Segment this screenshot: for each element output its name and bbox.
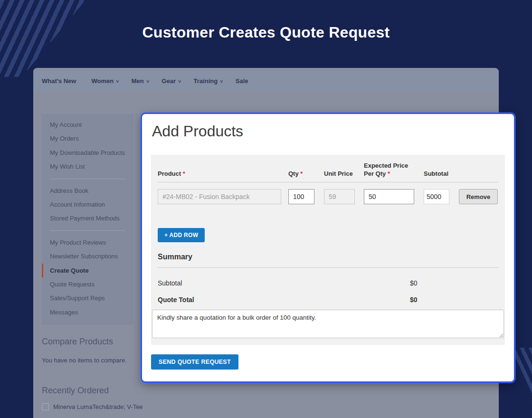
- summary-subtotal-row: Subtotal $0: [158, 279, 498, 287]
- nav-item-whats-new[interactable]: What's New: [42, 77, 76, 85]
- unit-price-cell: [324, 189, 355, 204]
- account-sidebar: My Account My Orders My Downloadable Pro…: [42, 114, 133, 325]
- column-header-label: Qty: [288, 170, 299, 177]
- product-row: Remove: [158, 189, 498, 204]
- nav-item-label: Training: [194, 77, 218, 85]
- subtotal-input[interactable]: [424, 189, 449, 204]
- send-quote-request-button[interactable]: SEND QUOTE REQUEST: [151, 354, 238, 370]
- expected-price-input[interactable]: [364, 189, 414, 204]
- nav-item-women[interactable]: Women ∨: [91, 77, 119, 85]
- chevron-down-icon: ∨: [115, 79, 120, 84]
- chevron-down-icon: ∨: [219, 79, 224, 84]
- nav-item-label: What's New: [42, 77, 76, 85]
- summary-total-value: $0: [410, 296, 498, 304]
- nav-item-sale[interactable]: Sale: [236, 77, 248, 85]
- column-header-label: Expected Price Per Qty: [364, 162, 408, 177]
- sidebar-item-sales-support-reps[interactable]: Sales/Support Reps: [42, 291, 133, 305]
- nav-item-label: Women: [91, 77, 114, 85]
- summary-total-row: Quote Total $0: [158, 296, 498, 304]
- summary-total-label: Quote Total: [158, 296, 410, 304]
- column-header-unit-price: Unit Price: [324, 170, 355, 182]
- summary-divider: [158, 267, 498, 268]
- actions-cell: Remove: [459, 189, 498, 204]
- unit-price-input[interactable]: [324, 189, 355, 204]
- panel-title: Add Products: [152, 121, 505, 142]
- add-row-button[interactable]: + ADD ROW: [158, 228, 205, 242]
- chevron-down-icon: ∨: [178, 79, 182, 84]
- summary-subtotal-label: Subtotal: [158, 279, 410, 287]
- column-header-expected-price: Expected Price Per Qty *: [364, 162, 414, 182]
- required-marker: *: [183, 170, 185, 177]
- table-header-row: Product * Qty * Unit Price Expected Pric…: [158, 162, 498, 182]
- sidebar-item-address-book[interactable]: Address Book: [42, 184, 133, 198]
- sidebar-divider: [50, 230, 125, 231]
- quote-products-table: Product * Qty * Unit Price Expected Pric…: [151, 155, 505, 345]
- recently-ordered-row: Minerva LumaTech&trade; V-Tee: [42, 403, 143, 410]
- sidebar-item-stored-payment-methods[interactable]: Stored Payment Methods: [42, 211, 133, 225]
- nav-item-gear[interactable]: Gear ∨: [162, 77, 181, 85]
- summary-heading: Summary: [158, 253, 498, 261]
- required-marker: *: [388, 170, 390, 177]
- expected-price-cell: [364, 189, 414, 204]
- compare-products-empty-text: You have no items to compare.: [42, 357, 127, 364]
- column-header-actions: [459, 178, 498, 182]
- column-header-label: Subtotal: [424, 170, 448, 177]
- qty-cell: [288, 189, 314, 204]
- nav-item-label: Men: [132, 77, 144, 85]
- product-cell: [158, 189, 281, 204]
- quote-comment-textarea[interactable]: Kindly share a quotation for a bulk orde…: [152, 310, 504, 338]
- sidebar-item-quote-requests[interactable]: Quote Requests: [42, 277, 133, 291]
- sidebar-item-my-orders[interactable]: My Orders: [42, 132, 133, 145]
- sidebar-item-messages[interactable]: Messages: [42, 305, 133, 319]
- sidebar-item-account-information[interactable]: Account Information: [42, 198, 133, 211]
- main-nav: What's New Women ∨ Men ∨ Gear ∨ Training…: [33, 71, 499, 91]
- add-products-quote-panel: Add Products Product * Qty * Unit Price …: [141, 113, 515, 383]
- page-title: Customer Creates Quote Request: [0, 24, 532, 41]
- sidebar-item-newsletter-subscriptions[interactable]: Newsletter Subscriptions: [42, 249, 133, 263]
- sidebar-item-my-wish-list[interactable]: My Wish List: [42, 160, 133, 173]
- chevron-down-icon: ∨: [146, 79, 150, 84]
- nav-item-label: Gear: [162, 77, 176, 85]
- recently-ordered-checkbox[interactable]: [42, 403, 49, 410]
- sidebar-item-my-account[interactable]: My Account: [42, 118, 133, 132]
- recently-ordered-item-label: Minerva LumaTech&trade; V-Tee: [53, 403, 143, 410]
- compare-products-heading: Compare Products: [42, 337, 113, 347]
- column-header-product: Product *: [158, 170, 281, 182]
- subtotal-cell: [424, 189, 449, 204]
- required-marker: *: [300, 170, 303, 177]
- product-input[interactable]: [158, 189, 281, 204]
- column-header-label: Product: [158, 170, 181, 177]
- table-header-divider: [158, 182, 498, 182]
- nav-item-men[interactable]: Men ∨: [132, 77, 150, 85]
- sidebar-item-create-quote-active[interactable]: Create Quote: [42, 264, 133, 277]
- recently-ordered-heading: Recently Ordered: [42, 386, 109, 396]
- column-header-label: Unit Price: [324, 170, 353, 177]
- nav-item-training[interactable]: Training ∨: [194, 77, 223, 85]
- qty-input[interactable]: [288, 189, 314, 204]
- summary-subtotal-value: $0: [410, 279, 498, 287]
- column-header-qty: Qty *: [288, 170, 314, 182]
- sidebar-divider: [50, 179, 125, 179]
- sidebar-item-my-downloadable-products[interactable]: My Downloadable Products: [42, 146, 133, 160]
- column-header-subtotal: Subtotal: [424, 170, 449, 182]
- sidebar-item-my-product-reviews[interactable]: My Product Reviews: [42, 236, 133, 249]
- nav-item-label: Sale: [236, 77, 248, 85]
- remove-row-button[interactable]: Remove: [459, 189, 498, 204]
